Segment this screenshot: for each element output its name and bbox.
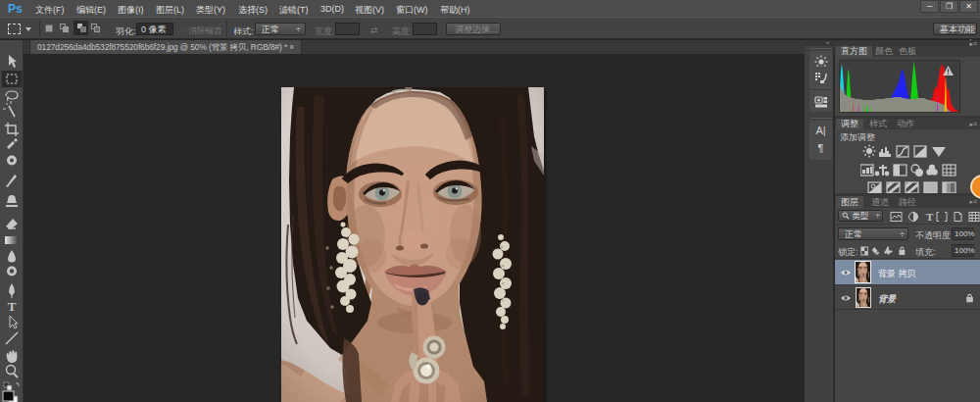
svg-text:T: T (8, 299, 17, 314)
svg-text:T: T (926, 211, 934, 223)
